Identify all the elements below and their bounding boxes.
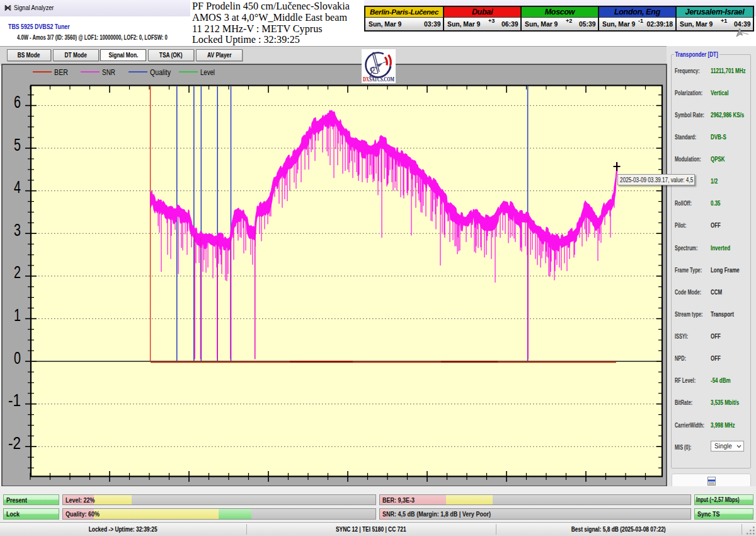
svg-text:Quality: Quality [150,68,171,77]
svg-text:-1: -1 [8,391,21,410]
svg-text:1: 1 [14,306,21,325]
svg-text:5: 5 [14,136,21,154]
svg-text:BER: BER [54,68,68,77]
svg-text:Level: Level [200,68,215,77]
svg-text:2: 2 [14,263,21,282]
svg-text:SNR: SNR [102,68,115,77]
svg-text:-2: -2 [8,434,21,453]
svg-text:0: 0 [14,349,21,368]
svg-text:4: 4 [14,178,21,197]
svg-text:DXSATCS.COM: DXSATCS.COM [363,76,394,83]
svg-text:6: 6 [14,93,21,112]
svg-text:3: 3 [14,221,21,240]
